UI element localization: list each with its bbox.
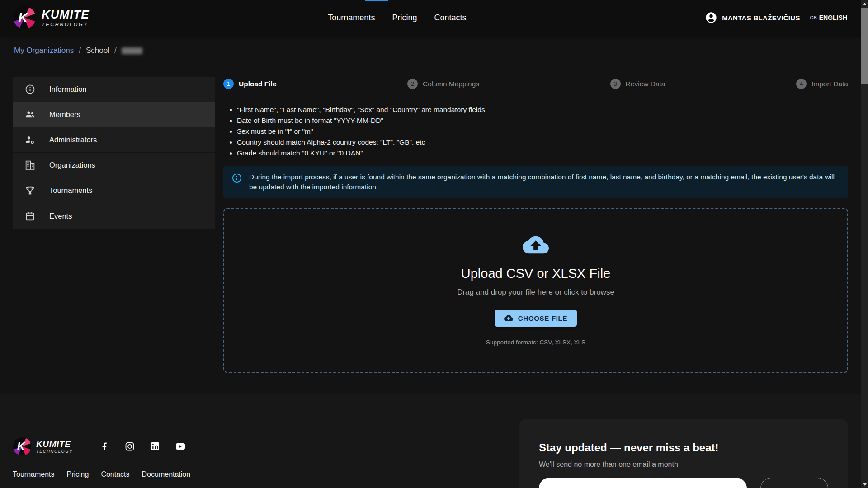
- loading-indicator: [365, 0, 388, 1]
- step-label: Column Mappings: [423, 80, 479, 88]
- step-number: 1: [223, 79, 234, 89]
- scrollbar-thumb[interactable]: [861, 8, 868, 84]
- footer-links: Tournaments Pricing Contacts Documentati…: [13, 470, 190, 479]
- language-selector[interactable]: GB ENGLISH: [810, 14, 847, 21]
- sidebar: Information Members Administrators: [13, 77, 215, 229]
- newsletter-card: Stay updated — never miss a beat! We'll …: [519, 419, 848, 488]
- youtube-icon[interactable]: [175, 441, 186, 452]
- breadcrumb-separator: /: [79, 46, 81, 55]
- footer-left: K KUMITE TECHNOLOGY: [13, 437, 190, 488]
- choose-file-label: CHOOSE FILE: [518, 314, 567, 322]
- linkedin-icon[interactable]: [150, 441, 160, 452]
- supported-formats: Supported formats: CSV, XLSX, XLS: [486, 339, 585, 346]
- brand-tagline: TECHNOLOGY: [42, 22, 90, 27]
- language-label: ENGLISH: [819, 14, 847, 21]
- rule-item: Grade should match "0 KYU" or "0 DAN": [237, 148, 848, 159]
- kumite-logo-icon: K: [13, 437, 32, 456]
- dropzone-subtitle: Drag and drop your file here or click to…: [457, 288, 614, 297]
- footer-brand-logo[interactable]: K KUMITE TECHNOLOGY: [13, 437, 73, 456]
- step-review-data: 3 Review Data: [610, 79, 665, 89]
- cloud-upload-icon: [504, 314, 513, 323]
- step-number: 3: [610, 79, 621, 89]
- language-flag: GB: [810, 15, 817, 20]
- newsletter-title: Stay updated — never miss a beat!: [539, 441, 828, 454]
- sidebar-item-label: Information: [49, 85, 87, 94]
- sidebar-item-label: Tournaments: [49, 186, 92, 195]
- account-circle-icon: [705, 11, 717, 24]
- brand-logo[interactable]: K KUMITE TECHNOLOGY: [13, 6, 90, 29]
- sidebar-item-label: Events: [49, 212, 72, 221]
- dropzone-title: Upload CSV or XLSX File: [461, 266, 610, 281]
- breadcrumb-current-redacted: [122, 47, 142, 54]
- sidebar-item-label: Organizations: [49, 161, 95, 169]
- rule-item: Date of Birth must be in format "YYYY-MM…: [237, 115, 848, 126]
- breadcrumb-separator: /: [114, 46, 117, 55]
- breadcrumb-my-organizations[interactable]: My Organizations: [14, 46, 74, 55]
- step-upload-file: 1 Upload File: [223, 79, 277, 89]
- user-name: MANTAS BLAŽEVIČIUS: [722, 14, 800, 22]
- scrollbar-down-arrow[interactable]: [861, 481, 868, 488]
- nav-tournaments[interactable]: Tournaments: [328, 13, 375, 23]
- file-dropzone[interactable]: Upload CSV or XLSX File Drag and drop yo…: [223, 208, 848, 373]
- rule-item: Country should match Alpha-2 country cod…: [237, 137, 848, 148]
- brand-name: KUMITE: [42, 9, 90, 20]
- rule-item: "First Name", "Last Name", "Birthday", "…: [237, 104, 848, 115]
- alert-text: During the import process, if a user is …: [249, 172, 840, 192]
- step-label: Review Data: [626, 80, 665, 88]
- page-scrollbar[interactable]: [861, 0, 868, 488]
- kumite-logo-icon: K: [13, 6, 36, 29]
- sidebar-item-information[interactable]: Information: [13, 77, 215, 102]
- sidebar-item-administrators[interactable]: Administrators: [13, 127, 215, 153]
- step-label: Import Data: [811, 80, 848, 88]
- footer-link-pricing[interactable]: Pricing: [67, 470, 89, 479]
- content-area: Information Members Administrators: [0, 77, 868, 373]
- step-import-data: 4 Import Data: [796, 79, 848, 89]
- app-header: K KUMITE TECHNOLOGY Tournaments Pricing …: [0, 0, 868, 35]
- svg-text:K: K: [17, 441, 26, 452]
- footer-brand-tagline: TECHNOLOGY: [36, 450, 73, 454]
- breadcrumb-school[interactable]: School: [86, 46, 109, 55]
- main-panel: 1 Upload File 2 Column Mappings 3 Review…: [223, 77, 848, 373]
- calendar-icon: [24, 211, 36, 222]
- sidebar-item-tournaments[interactable]: Tournaments: [13, 178, 215, 203]
- scrollbar-up-arrow[interactable]: [861, 0, 868, 7]
- facebook-icon[interactable]: [99, 441, 110, 452]
- step-connector: [671, 84, 790, 84]
- sidebar-item-members[interactable]: Members: [13, 102, 215, 127]
- sidebar-item-label: Administrators: [49, 136, 97, 144]
- user-menu[interactable]: MANTAS BLAŽEVIČIUS GB ENGLISH: [705, 11, 847, 24]
- newsletter-subscribe-button[interactable]: [760, 478, 828, 488]
- app-footer: K KUMITE TECHNOLOGY: [0, 394, 868, 488]
- people-icon: [24, 109, 36, 120]
- step-connector: [486, 84, 604, 84]
- footer-link-contacts[interactable]: Contacts: [101, 470, 129, 479]
- instagram-icon[interactable]: [124, 441, 135, 452]
- step-connector: [283, 84, 401, 84]
- sidebar-item-organizations[interactable]: Organizations: [13, 153, 215, 178]
- newsletter-subtitle: We'll send no more than one email a mont…: [539, 460, 828, 469]
- import-rules-list: "First Name", "Last Name", "Birthday", "…: [223, 104, 848, 159]
- footer-brand-name: KUMITE: [36, 440, 73, 448]
- manage-accounts-icon: [24, 134, 36, 145]
- cloud-upload-icon: [519, 232, 552, 258]
- step-label: Upload File: [239, 80, 277, 88]
- building-icon: [24, 160, 36, 171]
- footer-link-tournaments[interactable]: Tournaments: [13, 470, 55, 479]
- info-outline-icon: [231, 173, 242, 183]
- choose-file-button[interactable]: CHOOSE FILE: [495, 310, 577, 327]
- trophy-icon: [24, 185, 36, 196]
- rule-item: Sex must be in "f" or "m": [237, 126, 848, 137]
- main-nav: Tournaments Pricing Contacts: [90, 13, 705, 23]
- step-number: 4: [796, 79, 807, 89]
- nav-pricing[interactable]: Pricing: [392, 13, 417, 23]
- step-number: 2: [407, 79, 418, 89]
- step-column-mappings: 2 Column Mappings: [407, 79, 479, 89]
- breadcrumb: My Organizations / School /: [0, 35, 868, 55]
- nav-contacts[interactable]: Contacts: [434, 13, 466, 23]
- sidebar-item-label: Members: [49, 110, 80, 119]
- newsletter-email-input[interactable]: [539, 478, 747, 488]
- sidebar-item-events[interactable]: Events: [13, 203, 215, 229]
- import-stepper: 1 Upload File 2 Column Mappings 3 Review…: [223, 79, 848, 89]
- brand-text: KUMITE TECHNOLOGY: [42, 9, 90, 27]
- footer-link-documentation[interactable]: Documentation: [142, 470, 191, 479]
